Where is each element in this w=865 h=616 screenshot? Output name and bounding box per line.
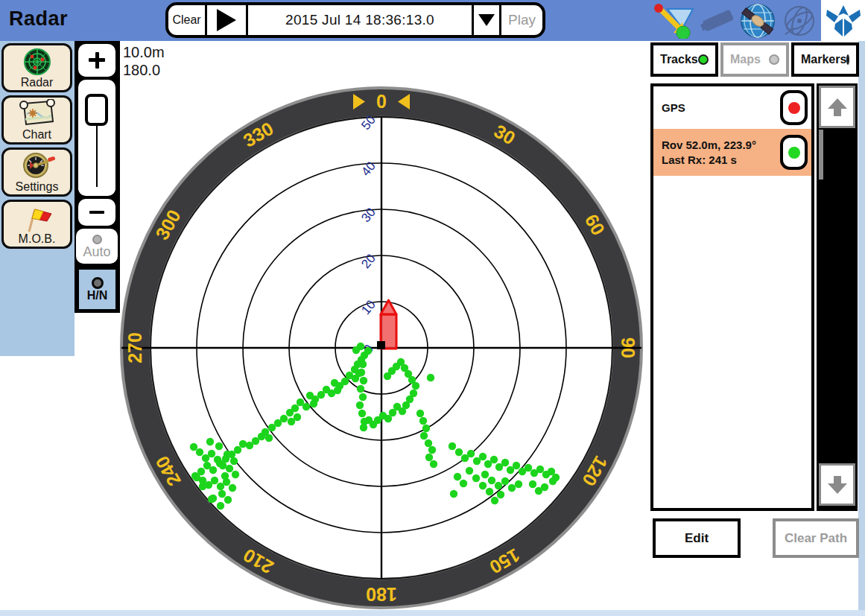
play-label-button[interactable]: Play: [501, 5, 542, 35]
scroll-down-button[interactable]: [819, 463, 855, 506]
track-dot: [357, 385, 364, 393]
track-dot: [488, 477, 495, 484]
radar-readout: 10.0m 180.0: [123, 43, 165, 79]
top-bar: Radar Clear 2015 Jul 14 18:36:13.0 Play: [0, 0, 865, 41]
gps-satellite-icon[interactable]: [738, 2, 778, 39]
gps-led-icon: [788, 102, 800, 114]
track-dot: [359, 393, 367, 401]
track-dot: [286, 409, 294, 416]
track-dot: [310, 400, 317, 407]
origin-marker: [377, 341, 385, 349]
timestamp-dropdown-button[interactable]: [474, 5, 499, 35]
sidebar-item-mob[interactable]: M.O.B.: [1, 200, 72, 249]
track-dot: [214, 456, 221, 463]
maps-led-icon: [769, 54, 779, 65]
track-dot: [360, 377, 367, 384]
track-dot: [208, 495, 215, 503]
track-list-scrollbar[interactable]: [817, 83, 858, 511]
track-dot: [479, 453, 487, 460]
track-dot: [265, 434, 273, 442]
clear-button[interactable]: Clear: [168, 5, 205, 35]
minus-icon: [89, 211, 104, 214]
track-dot: [449, 442, 456, 450]
plus-icon: [95, 52, 99, 69]
track-dot: [481, 471, 489, 478]
track-dot: [419, 417, 427, 425]
sidebar-item-radar[interactable]: Radar: [1, 43, 72, 92]
track-dot: [358, 369, 365, 376]
play-button[interactable]: [207, 5, 246, 35]
tab-markers[interactable]: Markers: [791, 42, 859, 77]
track-dot: [358, 410, 366, 417]
rov-visibility-button[interactable]: [780, 135, 808, 170]
right-edge-strip: [858, 41, 865, 616]
zoom-in-button[interactable]: [78, 44, 115, 77]
track-dot: [467, 450, 475, 457]
track-dot: [230, 457, 238, 465]
track-dot: [508, 484, 516, 492]
track-dot: [490, 456, 498, 463]
track-dot: [450, 490, 457, 498]
compass-label: 90: [618, 337, 639, 358]
chart-icon: [18, 99, 57, 130]
track-dot: [224, 451, 231, 458]
track-dot: [226, 465, 233, 472]
markers-led-icon: [846, 54, 849, 65]
auto-range-button[interactable]: Auto: [76, 229, 118, 264]
mob-flag-icon: [19, 203, 56, 235]
clear-path-button[interactable]: Clear Path: [773, 518, 859, 558]
transducer-icon[interactable]: [699, 3, 738, 39]
tab-maps[interactable]: Maps: [720, 42, 789, 77]
sidebar-item-settings[interactable]: Settings: [1, 147, 72, 197]
compass-label-group: 270: [124, 332, 145, 363]
track-dot: [536, 466, 544, 473]
rov-led-icon: [788, 147, 800, 159]
scrollbar-thumb[interactable]: [819, 130, 823, 180]
playback-toolbar: Clear 2015 Jul 14 18:36:13.0 Play: [165, 2, 545, 38]
arrow-up-icon: [826, 96, 849, 118]
track-dot: [215, 442, 223, 450]
track-row-gps[interactable]: GPS: [653, 86, 811, 129]
compass-label-group: 90: [618, 337, 639, 358]
track-dot: [454, 473, 461, 480]
track-dot: [365, 416, 373, 424]
track-dot: [549, 477, 557, 485]
track-dot: [422, 425, 430, 432]
track-dot: [224, 496, 232, 504]
sidebar-item-chart[interactable]: Chart: [1, 95, 72, 145]
bottom-edge-strip: [0, 610, 865, 616]
track-dot: [420, 432, 428, 439]
track-dot: [416, 410, 424, 417]
zoom-out-button[interactable]: [78, 199, 115, 226]
tab-tracks[interactable]: Tracks: [650, 42, 718, 77]
track-dot: [425, 439, 432, 447]
scroll-up-button[interactable]: [819, 86, 855, 128]
usbl-contact-icon[interactable]: [653, 3, 696, 39]
gps-visibility-button[interactable]: [780, 90, 808, 125]
zoom-slider-thumb[interactable]: [85, 94, 108, 126]
track-dot: [190, 443, 197, 451]
track-dot: [430, 460, 437, 468]
track-dot: [352, 346, 360, 354]
tracks-led-icon: [698, 54, 709, 65]
zoom-slider[interactable]: [78, 80, 115, 196]
auto-led-icon: [92, 235, 102, 244]
track-dot: [427, 374, 434, 381]
heading-north-toggle[interactable]: H/N: [79, 270, 115, 309]
track-dot: [501, 477, 509, 485]
gyro-icon[interactable]: [779, 3, 820, 39]
edit-button[interactable]: Edit: [653, 518, 741, 558]
timestamp-field[interactable]: 2015 Jul 14 18:36:13.0: [248, 5, 472, 35]
radar-display[interactable]: 0306090120150180210240270300330504030201…: [118, 85, 644, 611]
compass-label: 270: [124, 332, 145, 363]
track-list: GPS Rov 52.0m, 223.9° Last Rx: 241 s: [650, 83, 814, 511]
track-dot: [331, 379, 338, 387]
track-dot: [497, 491, 504, 498]
track-dot: [232, 471, 239, 478]
track-dot: [515, 480, 522, 488]
track-row-rov[interactable]: Rov 52.0m, 223.9° Last Rx: 241 s: [653, 129, 811, 176]
radar-icon: [20, 47, 54, 78]
track-dot: [495, 482, 502, 489]
track-dot: [525, 464, 532, 471]
track-dot: [288, 418, 295, 425]
